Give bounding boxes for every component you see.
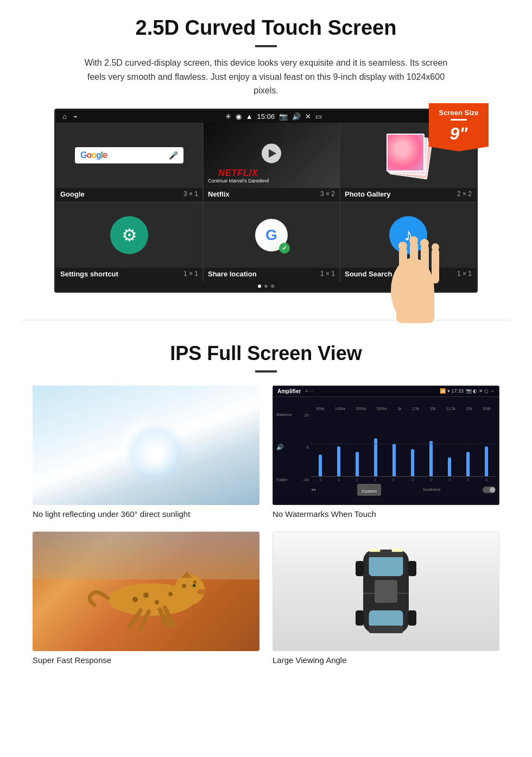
android-screen: ⌂ ⌁ ✳ ◉ ▲ 15:06 📷 🔊 ✕ ▭: [54, 109, 478, 293]
amplifier-image: Amplifier ≡ ··· 📶 ▾ 17:33 📷 ◐ ✕ ◻ → Bala…: [273, 386, 499, 505]
time-display: 15:06: [257, 112, 275, 121]
status-center: ✳ ◉ ▲ 15:06 📷 🔊 ✕ ▭: [225, 112, 322, 121]
music-icon-wrap: ♪: [389, 216, 427, 254]
sound-label-row: Sound Search 1 × 1: [340, 268, 476, 281]
sunlight-image: [33, 386, 259, 505]
window-icon[interactable]: ▭: [315, 112, 322, 121]
settings-cell-inner: ⚙: [56, 203, 202, 268]
settings-app-name: Settings shortcut: [60, 270, 118, 278]
play-triangle-icon: [269, 149, 276, 157]
svg-point-14: [132, 597, 138, 602]
settings-app-cell[interactable]: ⚙ Settings shortcut 1 × 1: [56, 203, 202, 281]
svg-rect-35: [408, 610, 416, 626]
settings-app-size: 1 × 1: [183, 270, 198, 277]
sound-search-app-cell[interactable]: ♪ Sound Search 1 × 1: [340, 203, 476, 281]
status-bar: ⌂ ⌁ ✳ ◉ ▲ 15:06 📷 🔊 ✕ ▭: [56, 110, 476, 123]
bluetooth-icon: ✳: [225, 112, 231, 121]
netflix-app-size: 3 × 2: [320, 190, 335, 198]
google-mic-icon[interactable]: 🎤: [169, 151, 178, 160]
section-ips-screen: IPS Full Screen View No light reflecting…: [0, 337, 532, 681]
photo-card-3: [387, 134, 425, 172]
google-label-row: Google 3 × 1: [56, 188, 202, 201]
netflix-info: NETFLIX Continue Marvel's Daredevil: [208, 168, 269, 184]
section-curved-screen: 2.5D Curved Touch Screen With 2.5D curve…: [0, 0, 532, 304]
music-note-icon: ♪: [404, 225, 413, 245]
amp-label-balance: Balance: [276, 412, 298, 417]
google-cell-inner: Google 🎤: [56, 123, 202, 188]
camera-icon: 📷: [279, 112, 288, 121]
amplifier-label: No Watermarks When Touch: [273, 509, 499, 519]
dot-3[interactable]: [271, 285, 274, 288]
svg-point-21: [197, 589, 206, 595]
netflix-play-button[interactable]: [262, 143, 281, 163]
badge-label: Screen Size: [433, 109, 484, 117]
amp-volume-icon: 🔊: [276, 444, 298, 451]
svg-rect-27: [369, 555, 403, 576]
feature-car: Large Viewing Angle: [273, 532, 499, 665]
photo-label-row: Photo Gallery 2 × 2: [340, 188, 476, 201]
section2-title: IPS Full Screen View: [33, 342, 499, 365]
netflix-subtitle: Continue Marvel's Daredevil: [208, 178, 269, 184]
wifi-icon: ▲: [246, 112, 253, 121]
photo-app-size: 2 × 2: [457, 190, 472, 198]
google-app-cell[interactable]: Google 🎤 Google 3 × 1: [56, 123, 202, 201]
share-label-row: Share location 1 × 1: [204, 268, 339, 281]
svg-rect-31: [375, 580, 397, 603]
screen-wrapper: Screen Size 9" ⌂ ⌁ ✳ ◉ ▲ 15:06 📷 🔊 ✕: [54, 109, 478, 293]
cheetah-image: [33, 532, 259, 651]
amp-label-fader: Fader: [276, 477, 298, 482]
sunlight-label: No light reflecting under 360° direct su…: [33, 509, 259, 519]
section1-description: With 2.5D curved-display screen, this de…: [76, 56, 456, 98]
netflix-app-name: Netflix: [208, 190, 230, 198]
dot-1[interactable]: [258, 285, 261, 288]
car-label: Large Viewing Angle: [273, 655, 499, 665]
car-top-view-svg: [348, 538, 424, 645]
features-grid: No light reflecting under 360° direct su…: [33, 386, 499, 665]
google-app-size: 3 × 1: [183, 190, 198, 198]
badge-size: 9": [450, 124, 468, 143]
amp-title: Amplifier: [277, 388, 301, 394]
google-app-name: Google: [60, 190, 85, 198]
google-search-bar[interactable]: Google 🎤: [75, 147, 183, 163]
svg-rect-37: [369, 548, 381, 552]
svg-rect-34: [408, 561, 416, 576]
loudness-toggle[interactable]: [483, 487, 496, 493]
close-icon[interactable]: ✕: [305, 112, 311, 121]
share-cell-inner: G ✓: [204, 203, 339, 268]
feature-cheetah: Super Fast Response: [33, 532, 259, 665]
app-grid: Google 🎤 Google 3 × 1: [56, 123, 476, 281]
svg-point-13: [155, 600, 159, 604]
feature-amplifier: Amplifier ≡ ··· 📶 ▾ 17:33 📷 ◐ ✕ ◻ → Bala…: [273, 386, 499, 519]
sound-app-name: Sound Search: [345, 270, 392, 278]
cheetah-label: Super Fast Response: [33, 655, 259, 665]
svg-point-12: [143, 592, 149, 598]
svg-rect-32: [356, 561, 364, 576]
netflix-logo: NETFLIX: [208, 168, 269, 178]
page-dots: [56, 281, 476, 291]
svg-point-20: [193, 584, 195, 586]
section2-underline: [255, 370, 277, 373]
netflix-cell-inner: NETFLIX Continue Marvel's Daredevil: [204, 123, 339, 188]
svg-point-17: [193, 581, 197, 584]
share-app-size: 1 × 1: [320, 270, 335, 277]
svg-marker-18: [181, 571, 192, 578]
section-divider: [22, 320, 510, 320]
netflix-label-row: Netflix 3 × 2: [204, 188, 339, 201]
custom-button[interactable]: Custom: [357, 484, 381, 496]
svg-rect-38: [392, 548, 403, 552]
feature-sunlight: No light reflecting under 360° direct su…: [33, 386, 259, 519]
location-icon: ◉: [236, 112, 242, 121]
google-logo: Google: [80, 150, 107, 160]
share-location-app-cell[interactable]: G ✓ Share location 1 × 1: [204, 203, 339, 281]
home-icon[interactable]: ⌂: [62, 112, 67, 121]
svg-point-16: [182, 584, 186, 588]
netflix-app-cell[interactable]: NETFLIX Continue Marvel's Daredevil Netf…: [204, 123, 339, 201]
badge-bar: [451, 119, 467, 121]
svg-rect-30: [369, 626, 403, 633]
settings-icon-wrap: ⚙: [110, 216, 148, 254]
title-underline: [255, 45, 277, 47]
photo-app-name: Photo Gallery: [345, 190, 391, 198]
dot-2[interactable]: [264, 285, 268, 288]
status-left: ⌂ ⌁: [62, 112, 78, 121]
sound-cell-inner: ♪: [340, 203, 476, 268]
